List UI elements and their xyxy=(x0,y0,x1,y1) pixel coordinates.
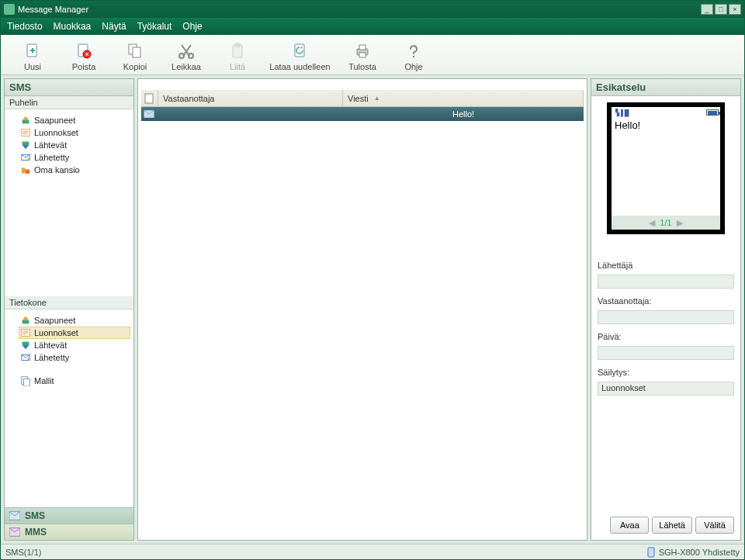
copy-icon xyxy=(109,40,161,62)
phone-outgoing-label: Lähtevät xyxy=(34,140,67,150)
computer-sent[interactable]: Lähetetty xyxy=(19,351,130,364)
pager-next-icon[interactable]: ▶ xyxy=(677,218,683,228)
menu-help[interactable]: Ohje xyxy=(182,21,202,32)
reload-button[interactable]: Lataa uudelleen xyxy=(263,39,337,71)
print-button[interactable]: Tulosta xyxy=(337,39,388,71)
help-icon xyxy=(388,40,439,62)
date-label: Päivä: xyxy=(598,332,734,341)
delete-label: Poista xyxy=(58,62,109,71)
menu-edit[interactable]: Muokkaa xyxy=(54,21,92,32)
phone-preview: ▝▖▌█ Hello! ◀ 1/1 ▶ xyxy=(607,102,725,234)
preview-body: Hello! xyxy=(612,118,720,216)
storage-value: Luonnokset xyxy=(598,382,734,396)
sent-icon xyxy=(20,352,31,363)
tab-mms-label: MMS xyxy=(25,527,47,538)
svg-rect-21 xyxy=(23,342,29,345)
menu-file[interactable]: Tiedosto xyxy=(7,21,43,32)
svg-rect-4 xyxy=(133,47,140,57)
outgoing-icon xyxy=(20,140,31,150)
paste-button: Liitä xyxy=(212,39,263,71)
computer-drafts[interactable]: Luonnokset xyxy=(19,327,130,339)
col-message-label: Viesti xyxy=(348,94,369,103)
sent-icon xyxy=(20,152,31,163)
recipient-value xyxy=(598,310,734,324)
phone-drafts[interactable]: Luonnokset xyxy=(19,126,130,139)
reload-icon xyxy=(263,40,337,62)
menu-tools[interactable]: Työkalut xyxy=(137,21,172,32)
svg-rect-24 xyxy=(23,379,29,386)
paste-icon xyxy=(212,40,263,62)
svg-rect-29 xyxy=(648,548,654,557)
message-list-panel: Vastaanottaja Viesti▲ Hello! xyxy=(137,78,587,541)
cut-label: Leikkaa xyxy=(161,62,212,71)
drafts-icon xyxy=(20,327,31,338)
page-icon xyxy=(144,93,154,104)
svg-point-6 xyxy=(189,54,193,58)
phone-myfolder[interactable]: Oma kansio xyxy=(19,164,130,176)
close-button[interactable]: × xyxy=(729,4,741,15)
tab-mms[interactable]: MMS xyxy=(5,524,133,540)
sms-section-head: SMS xyxy=(5,79,133,96)
reload-label: Lataa uudelleen xyxy=(263,62,337,71)
help-button[interactable]: Ohje xyxy=(388,39,439,71)
col-recipient[interactable]: Vastaanottaja xyxy=(158,90,343,106)
open-button[interactable]: Avaa xyxy=(610,517,649,534)
delete-button[interactable]: Poista xyxy=(58,39,109,71)
phone-sent-label: Lähetetty xyxy=(34,153,69,162)
col-message[interactable]: Viesti▲ xyxy=(343,90,584,106)
help-label: Ohje xyxy=(388,62,439,71)
window-title: Message Manager xyxy=(18,5,88,14)
svg-rect-19 xyxy=(23,320,29,323)
recipient-label: Vastaanottaja: xyxy=(598,296,734,306)
sender-value xyxy=(598,275,734,289)
minimize-button[interactable]: _ xyxy=(701,4,713,15)
status-left: SMS(1/1) xyxy=(5,548,41,557)
col-recipient-label: Vastaanottaja xyxy=(163,94,214,103)
svg-rect-27 xyxy=(145,94,153,103)
copy-label: Kopioi xyxy=(109,62,161,71)
phone-drafts-label: Luonnokset xyxy=(34,128,78,137)
maximize-button[interactable]: □ xyxy=(715,4,727,15)
computer-inbox-label: Saapuneet xyxy=(34,316,75,325)
tab-sms[interactable]: SMS xyxy=(5,507,133,524)
computer-inbox[interactable]: Saapuneet xyxy=(19,314,130,327)
preview-head: Esikatselu xyxy=(591,79,740,96)
phone-connected-icon xyxy=(646,547,657,558)
menu-view[interactable]: Näytä xyxy=(102,21,126,32)
copy-button[interactable]: Kopioi xyxy=(109,39,161,71)
battery-icon xyxy=(706,109,719,116)
col-icon[interactable] xyxy=(141,90,158,106)
phone-inbox-label: Saapuneet xyxy=(34,116,75,125)
row-message-cell: Hello! xyxy=(343,107,584,121)
computer-templates[interactable]: Mallit xyxy=(19,375,130,387)
preview-panel: Esikatselu ▝▖▌█ Hello! ◀ 1/1 ▶ xyxy=(591,78,741,541)
new-icon xyxy=(7,40,58,62)
phone-inbox[interactable]: Saapuneet xyxy=(19,114,130,126)
envelope-icon xyxy=(9,510,20,521)
svg-rect-14 xyxy=(23,120,29,123)
new-button[interactable]: Uusi xyxy=(7,39,58,71)
table-row[interactable]: Hello! xyxy=(141,107,584,121)
list-header: Vastaanottaja Viesti▲ xyxy=(141,90,584,107)
outgoing-icon xyxy=(20,340,31,351)
svg-rect-16 xyxy=(23,142,29,145)
cut-icon xyxy=(161,40,212,62)
pager-prev-icon[interactable]: ◀ xyxy=(649,218,655,228)
forward-button[interactable]: Välitä xyxy=(695,517,734,534)
print-label: Tulosta xyxy=(337,62,388,71)
row-recipient-cell xyxy=(158,107,343,121)
folder-icon xyxy=(20,164,31,175)
computer-outgoing[interactable]: Lähtevät xyxy=(19,339,130,351)
list-body: Hello! xyxy=(141,107,584,540)
status-right: SGH-X800 Yhdistetty xyxy=(659,548,740,557)
phone-myfolder-label: Oma kansio xyxy=(34,165,80,175)
titlebar: Message Manager _ □ × xyxy=(1,1,744,18)
cut-button[interactable]: Leikkaa xyxy=(161,39,212,71)
inbox-icon xyxy=(20,115,31,126)
phone-sent[interactable]: Lähetetty xyxy=(19,151,130,164)
computer-tree: Saapuneet Luonnokset Lähtevät Lähetetty … xyxy=(5,309,133,392)
paste-label: Liitä xyxy=(212,62,263,71)
send-button[interactable]: Lähetä xyxy=(652,517,692,534)
phone-outgoing[interactable]: Lähtevät xyxy=(19,139,130,151)
phone-tree: Saapuneet Luonnokset Lähtevät Lähetetty … xyxy=(5,109,133,181)
